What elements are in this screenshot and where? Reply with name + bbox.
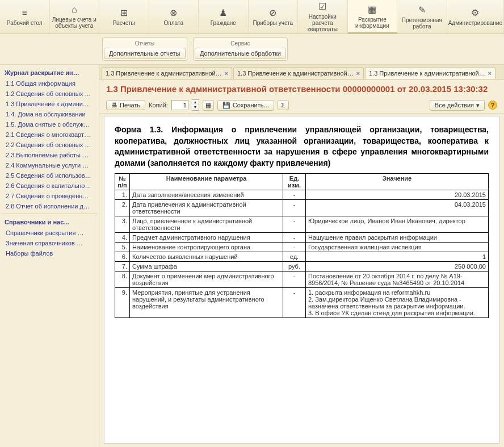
top-nav-item-4[interactable]: ♟Граждане [199,0,249,34]
sidebar-header-refs[interactable]: Справочники и нас… [1,216,98,228]
preview-button[interactable]: ▦ [203,100,214,111]
sidebar-item-11[interactable]: 2.7 Сведения о проведенн… [1,191,98,201]
close-icon[interactable]: × [488,70,492,77]
sidebar-divider [1,214,98,214]
top-nav-icon-8: ✎ [418,5,426,15]
save-icon: 💾 [222,102,230,109]
cell-num: 7. [115,262,130,271]
cell-value: Юридическое лицо, Иванов Иван Иванович, … [306,216,489,233]
cell-unit: - [283,243,306,252]
cell-unit: - [283,233,306,243]
doc-tab-label-1: 1.3 Привлечение к административной отв… [237,70,354,77]
sidebar-item-12[interactable]: 2.8 Отчет об исполнении д… [1,201,98,211]
sidebar-item-7[interactable]: 2.3 Выполняемые работы … [1,150,98,160]
printer-icon: 🖶 [111,102,117,108]
sub-group-title-service: Сервис [195,39,286,48]
doc-tab-1[interactable]: 1.3 Привлечение к административной отв…× [233,67,364,79]
spinner-down-icon[interactable]: ▼ [192,105,199,110]
sidebar-item-6[interactable]: 2.2 Сведения об основных … [1,140,98,150]
top-nav-icon-6: ☑ [318,1,326,12]
sidebar-item-2[interactable]: 1.3 Привлечение к админи… [1,99,98,109]
cell-name: Дата заполнения/внесения изменений [130,190,283,200]
spinner-up-icon[interactable]: ▲ [192,100,199,105]
cell-value: 1 [306,252,489,262]
top-nav-label-5: Приборы учета [253,20,293,26]
extra-reports-button[interactable]: Дополнительные отчеты [104,48,186,59]
sidebar-item-10[interactable]: 2.6 Сведения о капитально… [1,181,98,191]
extra-processing-button[interactable]: Дополнительные обработки [195,48,286,59]
doc-tab-label-2: 1.3 Привлечение к административной отв… [369,70,486,77]
cell-num: 6. [115,252,130,262]
print-button[interactable]: 🖶 Печать [106,100,145,110]
col-header-value: Значение [306,174,489,190]
cell-unit: - [283,288,306,318]
cell-name: Мероприятия, принятые для устранения нар… [130,288,283,318]
cell-num: 8. [115,271,130,288]
top-nav-icon-1: ⌂ [72,5,77,15]
doc-tab-label-0: 1.3 Привлечение к административной отв… [106,70,222,77]
close-icon[interactable]: × [356,70,360,77]
top-nav-item-8[interactable]: ✎Претензионная работа [397,0,447,34]
top-nav-icon-4: ♟ [219,7,227,18]
sidebar: Журнал раскрытие ин… 1.1 Общая информаци… [0,65,99,447]
top-nav-label-0: Рабочий стол [7,20,43,26]
sidebar-header-journal[interactable]: Журнал раскрытие ин… [1,67,98,78]
sidebar-item-3[interactable]: 1.4. Дома на обслуживании [1,109,98,119]
table-row: 3.Лицо, привлеченное к административной … [115,216,489,233]
top-nav-icon-2: ⊞ [120,7,128,18]
doc-tab-2[interactable]: 1.3 Привлечение к административной отв…× [365,67,495,79]
sidebar-item-8[interactable]: 2.4 Коммунальные услуги … [1,160,98,170]
top-nav-icon-3: ⊗ [170,7,177,18]
cell-num: 3. [115,216,130,233]
doc-tab-0[interactable]: 1.3 Привлечение к административной отв…× [102,67,232,79]
copies-input[interactable] [171,100,188,110]
document-title: 1.3 Привлечение к административной ответ… [99,80,504,97]
top-nav-label-1: Лицевые счета и объекты учета [51,16,98,29]
top-nav-item-2[interactable]: ⊞Расчеты [99,0,149,34]
document-body: Форма 1.3. Информация о привлечении упра… [104,116,499,444]
table-row: 1.Дата заполнения/внесения изменений-20.… [115,190,489,200]
cell-unit: руб. [283,262,306,271]
sum-button[interactable]: Σ [278,100,289,110]
col-header-num: № п/п [115,174,130,190]
sidebar-item-1[interactable]: 1.2 Сведения об основных … [1,89,98,99]
cell-value: Постановление от 20 октября 2014 г. по д… [306,271,489,288]
copies-label: Копий: [149,102,168,108]
cell-unit: ед. [283,252,306,262]
top-nav: ≡Рабочий стол⌂Лицевые счета и объекты уч… [0,0,504,34]
sidebar-ref-item-2[interactable]: Наборы файлов [1,248,98,258]
close-icon[interactable]: × [225,70,228,77]
save-button[interactable]: 💾 Сохранить... [217,100,274,111]
sub-group-reports: Отчеты Дополнительные отчеты [102,37,187,61]
sidebar-ref-item-0[interactable]: Справочники раскрытия … [1,228,98,238]
top-nav-item-0[interactable]: ≡Рабочий стол [0,0,50,34]
sidebar-item-4[interactable]: 1.5. Дома снятые с обслуж… [1,119,98,129]
cell-name: Количество выявленных нарушений [130,252,283,262]
cell-unit: - [283,190,306,200]
top-nav-item-1[interactable]: ⌂Лицевые счета и объекты учета [50,0,100,34]
top-nav-item-7[interactable]: ▦Раскрытие информации [348,0,398,34]
sub-group-title-reports: Отчеты [104,39,186,48]
sidebar-item-9[interactable]: 2.5 Сведения об использов… [1,170,98,181]
sidebar-item-5[interactable]: 2.1 Сведения о многокварт… [1,129,98,140]
sidebar-ref-item-1[interactable]: Значения справочников … [1,238,98,248]
top-nav-label-3: Оплата [164,20,183,26]
top-nav-label-4: Граждане [211,20,236,26]
chevron-down-icon: ▾ [476,102,480,109]
cell-value: 20.03.2015 [306,190,489,200]
sidebar-item-0[interactable]: 1.1 Общая информация [1,78,98,89]
top-nav-item-6[interactable]: ☑Настройки расчета квартплаты [298,0,348,34]
help-button[interactable]: ? [488,101,497,110]
top-nav-item-9[interactable]: ⚙Администрирование [447,0,504,34]
table-row: 9.Мероприятия, принятые для устранения н… [115,288,489,318]
grid-icon: ▦ [205,102,211,109]
cell-name: Дата привлечения к административной отве… [130,200,283,216]
cell-unit: - [283,200,306,216]
top-nav-item-3[interactable]: ⊗Оплата [149,0,199,34]
top-nav-label-8: Претензионная работа [398,17,446,30]
top-nav-item-5[interactable]: ⊘Приборы учета [249,0,299,34]
top-nav-icon-0: ≡ [22,8,27,18]
all-actions-button[interactable]: Все действия ▾ [430,100,485,111]
top-nav-label-9: Администрирование [448,20,502,26]
copies-spinner[interactable]: ▲ ▼ [192,99,199,111]
